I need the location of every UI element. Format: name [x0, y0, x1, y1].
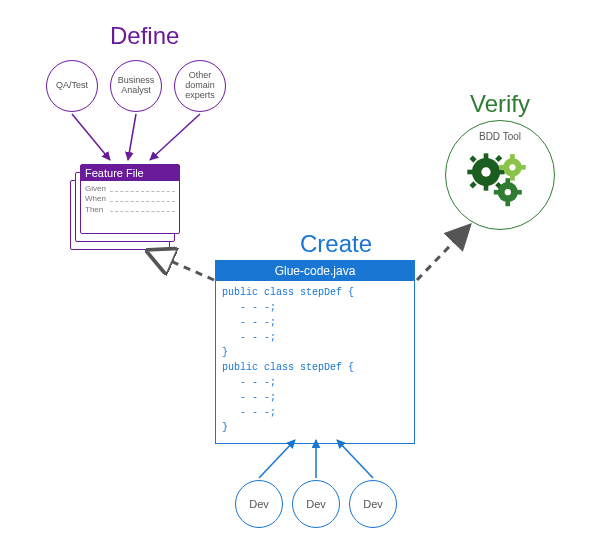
role-ba: Business Analyst [110, 60, 162, 112]
bdd-tool: BDD Tool [445, 120, 555, 230]
role-ba-label: Business Analyst [118, 76, 155, 96]
glue-code-box: Glue-code.java public class stepDef { - … [215, 260, 415, 444]
role-qa-label: QA/Test [56, 81, 88, 91]
dev-3-label: Dev [363, 498, 383, 510]
keyword-when: When [85, 194, 106, 204]
gears-icon [460, 144, 540, 214]
dev-2-label: Dev [306, 498, 326, 510]
feature-file-body: Given When Then [81, 181, 179, 218]
role-other: Other domain experts [174, 60, 226, 112]
svg-rect-15 [521, 165, 526, 170]
svg-rect-12 [510, 154, 515, 159]
svg-rect-6 [469, 155, 476, 162]
dev-1: Dev [235, 480, 283, 528]
svg-rect-4 [467, 170, 473, 175]
arrow-dev1-to-glue [259, 440, 295, 478]
arrow-other-to-feature [150, 114, 200, 160]
svg-rect-7 [495, 155, 502, 162]
svg-rect-21 [516, 190, 521, 195]
title-verify: Verify [470, 90, 530, 118]
arrow-ba-to-feature [128, 114, 136, 160]
keyword-then: Then [85, 205, 106, 215]
svg-rect-18 [505, 178, 510, 183]
feature-file-card-front: Feature File Given When Then [80, 164, 180, 234]
arrow-dev3-to-glue [337, 440, 373, 478]
glue-code-body: public class stepDef { - - -; - - -; - -… [216, 281, 414, 443]
role-qa: QA/Test [46, 60, 98, 112]
bdd-tool-label: BDD Tool [479, 131, 521, 142]
keyword-given: Given [85, 184, 106, 194]
arrow-glue-to-feature [150, 252, 214, 280]
svg-rect-13 [510, 176, 515, 181]
glue-code-filename: Glue-code.java [216, 261, 414, 281]
title-define: Define [110, 22, 179, 50]
svg-rect-8 [469, 181, 476, 188]
svg-point-1 [481, 167, 490, 176]
svg-point-17 [505, 189, 511, 195]
feature-file-stack: Feature File Given When Then [70, 164, 180, 250]
dev-1-label: Dev [249, 498, 269, 510]
svg-rect-14 [499, 165, 504, 170]
arrow-qa-to-feature [72, 114, 110, 160]
dev-3: Dev [349, 480, 397, 528]
arrow-glue-to-bdd [417, 225, 470, 280]
title-create: Create [300, 230, 372, 258]
feature-file-title: Feature File [81, 165, 179, 181]
svg-rect-3 [484, 184, 489, 190]
svg-rect-2 [484, 153, 489, 159]
dev-2: Dev [292, 480, 340, 528]
role-other-label: Other domain experts [185, 71, 215, 101]
svg-point-11 [509, 164, 515, 170]
svg-rect-19 [505, 201, 510, 206]
svg-rect-20 [494, 190, 499, 195]
